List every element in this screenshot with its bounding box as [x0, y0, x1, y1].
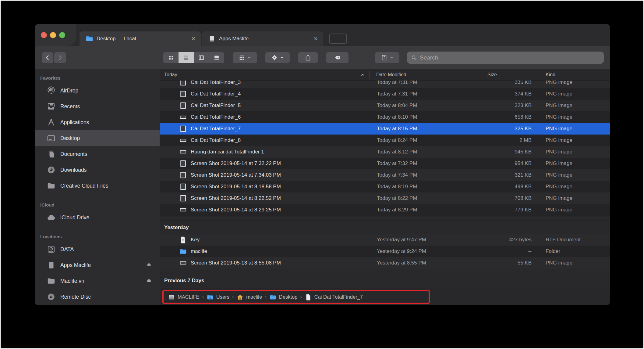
folder-blue-icon — [86, 35, 93, 42]
search-icon — [411, 54, 417, 61]
kind-cell: PNG image — [537, 172, 610, 178]
table-row[interactable]: Cai Dat TotalFinder_5Today at 8:04 PM323… — [160, 100, 610, 111]
forward-button[interactable] — [54, 52, 66, 63]
table-row[interactable]: Screen Shot 2019-05-14 at 8.29.25 PMToda… — [160, 204, 610, 216]
file-name: Cai Dat TotalFinder_3 — [191, 81, 241, 85]
visor-menu-button[interactable] — [375, 52, 399, 63]
table-row[interactable]: Cai Dat TotalFinder_4Today at 7:31 PM374… — [160, 88, 610, 100]
column-header-name[interactable]: Today — [160, 72, 369, 77]
size-cell: 2 MB — [479, 137, 537, 143]
eject-icon[interactable] — [146, 261, 152, 269]
action-menu-button[interactable] — [265, 52, 290, 63]
table-row[interactable]: Screen Shot 2019-05-14 at 8.18.58 PMToda… — [160, 181, 610, 192]
kind-cell: PNG image — [537, 149, 610, 155]
view-gallery-button[interactable] — [209, 52, 224, 63]
sidebar-item-creative-cloud-files[interactable]: Creative Cloud Files — [35, 178, 160, 194]
eject-icon[interactable] — [146, 277, 152, 285]
tab-label: Apps Maclife — [219, 36, 249, 42]
path-item-users[interactable]: Users — [207, 293, 229, 301]
table-row[interactable]: KeyYesterday at 9:47 PM427 bytesRTF Docu… — [160, 234, 610, 246]
view-icons-button[interactable] — [163, 52, 179, 63]
size-cell: 954 KB — [479, 160, 537, 167]
tab-label: Desktop — Local — [97, 36, 136, 42]
tab-bar: Desktop — Local × Apps Maclife × — [35, 24, 610, 46]
tag-button[interactable] — [326, 52, 349, 63]
column-view-icon — [198, 54, 205, 61]
table-row[interactable]: Huong dan cai dat TotalFinder 1Today at … — [160, 146, 610, 158]
size-cell: 945 KB — [479, 149, 537, 155]
size-cell: 374 KB — [479, 91, 537, 97]
sidebar-item-documents[interactable]: Documents — [35, 146, 160, 162]
sidebar-item-apps-maclife[interactable]: Apps Maclife — [35, 257, 160, 273]
sidebar-item-maclife-vn[interactable]: Maclife.vn — [35, 273, 160, 289]
path-separator: › — [232, 294, 234, 300]
kind-cell: Folder — [537, 248, 610, 254]
share-button[interactable] — [298, 52, 318, 63]
search-input[interactable] — [420, 54, 600, 61]
view-list-button[interactable] — [179, 52, 194, 63]
desktop-icon — [46, 134, 56, 143]
file-name: Screen Shot 2019-05-14 at 7.32.22 PM — [191, 160, 281, 167]
table-row[interactable]: Screen Shot 2019-05-14 at 7.34.03 PMToda… — [160, 169, 610, 181]
path-item-maclife[interactable]: MACLIFE — [168, 293, 200, 301]
tab-close-icon[interactable]: × — [313, 35, 319, 42]
path-item-cai-dat-totalfinder-7[interactable]: Cai Dat TotalFinder_7 — [305, 293, 363, 301]
kind-cell: PNG image — [537, 126, 610, 132]
group-button[interactable] — [233, 52, 257, 63]
date-modified-cell: Yesterday at 9:24 PM — [370, 248, 479, 254]
table-row[interactable]: Cai Dat TotalFinder_3Today at 7:31 PM335… — [160, 81, 610, 88]
table-row[interactable]: Screen Shot 2019-05-14 at 7.32.22 PMToda… — [160, 158, 610, 169]
search-field — [407, 52, 604, 64]
path-item-maclife[interactable]: maclife — [236, 293, 262, 301]
sidebar-item-label: Recents — [60, 103, 80, 110]
image-square-icon — [179, 102, 187, 110]
sidebar-section-title: iCloud — [35, 200, 160, 210]
size-cell: 325 KB — [479, 126, 537, 132]
image-square-icon — [179, 81, 187, 87]
sidebar-item-data[interactable]: DATA — [35, 241, 160, 257]
date-modified-cell: Today at 7:34 PM — [370, 172, 479, 178]
table-row[interactable]: Cai Dat TotalFinder_7Today at 8:15 PM325… — [160, 123, 610, 135]
size-cell: 658 KB — [479, 114, 537, 120]
table-row[interactable]: Screen Shot 2019-05-13 at 8.55.08 PMYest… — [160, 257, 610, 269]
size-cell: -- — [479, 248, 537, 254]
kind-cell: RTF Document — [537, 237, 610, 243]
sidebar-item-remote-disc[interactable]: Remote Disc — [35, 289, 160, 305]
minimize-window-button[interactable] — [50, 32, 56, 38]
sidebar-item-applications[interactable]: Applications — [35, 114, 160, 130]
size-cell: 427 bytes — [479, 237, 537, 243]
table-row[interactable]: maclifeYesterday at 9:24 PM--Folder — [160, 246, 610, 257]
tab-close-icon[interactable]: × — [190, 35, 196, 42]
zoom-window-button[interactable] — [59, 32, 65, 38]
column-header-size[interactable]: Size — [479, 72, 537, 77]
gear-icon — [271, 54, 278, 61]
table-row[interactable]: Screen Shot 2019-05-14 at 8.22.52 PMToda… — [160, 192, 610, 204]
sidebar-item-icloud-drive[interactable]: iCloud Drive — [35, 210, 160, 225]
sidebar-item-desktop[interactable]: Desktop — [35, 130, 160, 146]
table-row[interactable]: Cai Dat TotalFinder_6Today at 8:10 PM658… — [160, 111, 610, 123]
sidebar-item-airdrop[interactable]: AirDrop — [35, 83, 160, 99]
sidebar-item-recents[interactable]: Recents — [35, 99, 160, 114]
close-window-button[interactable] — [41, 32, 47, 38]
file-name: Cai Dat TotalFinder_8 — [191, 137, 241, 143]
airdrop-icon — [46, 86, 56, 95]
column-header-date-modified[interactable]: Date Modified — [370, 72, 479, 77]
tab-desktop-local[interactable]: Desktop — Local × — [80, 31, 201, 46]
column-header-kind[interactable]: Kind — [537, 72, 610, 77]
tab-apps-maclife[interactable]: Apps Maclife × — [202, 31, 323, 46]
cloud-icon — [46, 213, 56, 222]
sidebar-item-label: Remote Disc — [60, 294, 91, 300]
file-name: Cai Dat TotalFinder_7 — [191, 126, 241, 132]
sidebar-item-downloads[interactable]: Downloads — [35, 162, 160, 178]
sort-ascending-icon — [360, 73, 365, 77]
table-row[interactable]: Cai Dat TotalFinder_8Today at 8:24 PM2 M… — [160, 135, 610, 146]
view-columns-button[interactable] — [194, 52, 209, 63]
hdd-icon — [46, 245, 56, 254]
new-tab-stub[interactable] — [329, 34, 347, 44]
back-button[interactable] — [42, 52, 53, 63]
sidebar-item-label: Creative Cloud Files — [60, 183, 108, 189]
path-item-label: MACLIFE — [178, 294, 200, 300]
path-item-desktop[interactable]: Desktop — [269, 293, 298, 301]
size-cell: 779 KB — [479, 207, 537, 213]
image-square-icon — [179, 125, 187, 133]
